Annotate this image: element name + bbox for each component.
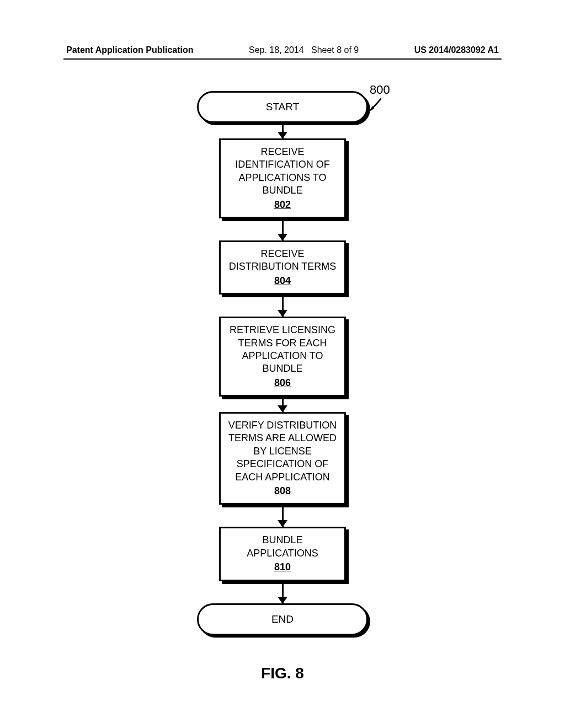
flowchart: 800 START RECEIVE IDENTIFICATION OF APPL… — [0, 91, 565, 635]
connector-arrow — [282, 505, 284, 527]
process-ref: 806 — [274, 377, 291, 389]
process-text: VERIFY DISTRIBUTION TERMS ARE ALLOWED BY… — [227, 419, 338, 484]
connector-arrow — [282, 295, 284, 317]
ref-arrow-icon — [365, 97, 385, 116]
end-terminal: END — [197, 603, 368, 635]
page-header: Patent Application Publication Sep. 18, … — [0, 45, 565, 55]
process-text: RECEIVE IDENTIFICATION OF APPLICATIONS T… — [227, 146, 338, 197]
process-text: RETRIEVE LICENSING TERMS FOR EACH APPLIC… — [227, 324, 338, 376]
start-terminal: START — [197, 91, 368, 123]
header-date-sheet: Sep. 18, 2014 Sheet 8 of 9 — [249, 45, 359, 55]
header-pubno: US 2014/0283092 A1 — [414, 45, 499, 55]
connector-arrow — [282, 123, 284, 138]
figure-label: FIG. 8 — [0, 665, 565, 682]
process-step-806: RETRIEVE LICENSING TERMS FOR EACH APPLIC… — [219, 317, 346, 397]
process-step-808: VERIFY DISTRIBUTION TERMS ARE ALLOWED BY… — [219, 412, 346, 505]
header-rule — [63, 58, 502, 60]
process-step-802: RECEIVE IDENTIFICATION OF APPLICATIONS T… — [219, 138, 346, 218]
process-ref: 808 — [274, 485, 291, 497]
process-text: BUNDLE APPLICATIONS — [227, 534, 338, 560]
connector-arrow — [282, 397, 284, 412]
process-step-804: RECEIVE DISTRIBUTION TERMS 804 — [219, 240, 346, 295]
process-ref: 804 — [274, 275, 291, 287]
connector-arrow — [282, 581, 284, 603]
flowchart-ref-number: 800 — [370, 83, 390, 97]
end-label: END — [271, 613, 294, 625]
header-publication: Patent Application Publication — [66, 45, 194, 55]
start-label: START — [266, 101, 300, 113]
process-text: RECEIVE DISTRIBUTION TERMS — [227, 248, 338, 274]
connector-arrow — [282, 218, 284, 240]
process-step-810: BUNDLE APPLICATIONS 810 — [219, 527, 346, 581]
process-ref: 802 — [274, 199, 291, 211]
process-ref: 810 — [274, 561, 291, 574]
